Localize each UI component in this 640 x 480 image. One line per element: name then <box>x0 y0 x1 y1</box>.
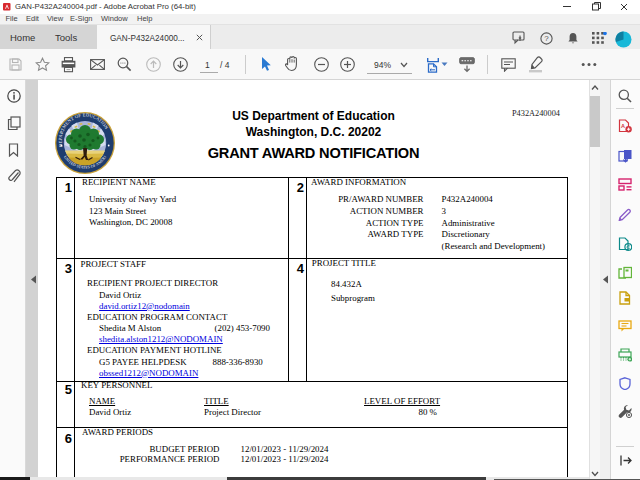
svg-text:A: A <box>621 123 625 129</box>
svg-text:?: ? <box>544 34 549 43</box>
